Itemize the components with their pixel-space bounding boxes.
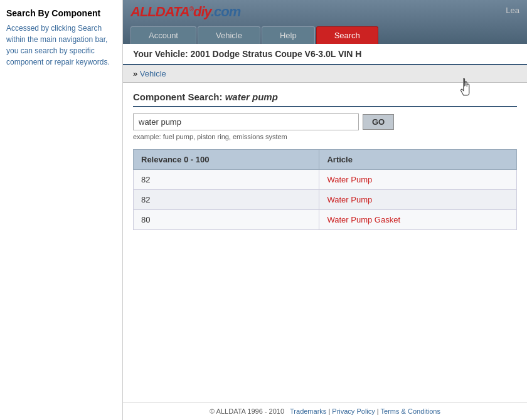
article-link[interactable]: Water Pump bbox=[327, 195, 372, 204]
table-row: 82Water Pump bbox=[134, 190, 517, 210]
search-form: GO bbox=[133, 113, 517, 130]
cell-relevance: 82 bbox=[134, 170, 319, 190]
search-example: example: fuel pump, piston ring, emissio… bbox=[133, 133, 517, 140]
tab-account[interactable]: Account bbox=[130, 26, 196, 44]
logo-diy: diy bbox=[193, 4, 211, 19]
col-article: Article bbox=[319, 150, 517, 170]
footer: © ALLDATA 1996 - 2010 Trademarks | Priva… bbox=[123, 402, 527, 420]
nav-tabs: Account Vehicle Help Search bbox=[130, 26, 519, 44]
cell-article: Water Pump Gasket bbox=[319, 210, 517, 230]
vehicle-bar: Your Vehicle: 2001 Dodge Stratus Coupe V… bbox=[123, 44, 527, 65]
section-title-query: water pump bbox=[225, 92, 278, 102]
results-body: 82Water Pump82Water Pump80Water Pump Gas… bbox=[134, 170, 517, 230]
section-header: Component Search: water pump bbox=[133, 92, 517, 107]
header-right-text: Lea bbox=[506, 6, 519, 19]
sidebar-title: Search By Component bbox=[6, 8, 116, 19]
results-table: Relevance 0 - 100 Article 82Water Pump82… bbox=[133, 149, 517, 230]
section-title-prefix: Component Search: bbox=[133, 92, 225, 102]
logo-dotcom: .com bbox=[211, 4, 240, 19]
logo-alldata: ALLDATA bbox=[130, 4, 189, 19]
article-link[interactable]: Water Pump bbox=[327, 175, 372, 184]
tab-search[interactable]: Search bbox=[316, 26, 378, 44]
main-content: ALLDATA®diy.com Lea Account Vehicle Help… bbox=[122, 0, 527, 420]
breadcrumb-prefix: » bbox=[133, 69, 140, 78]
col-relevance: Relevance 0 - 100 bbox=[134, 150, 319, 170]
sidebar: Search By Component Accessed by clicking… bbox=[0, 0, 122, 420]
footer-privacy[interactable]: Privacy Policy bbox=[332, 407, 375, 415]
table-row: 80Water Pump Gasket bbox=[134, 210, 517, 230]
tab-vehicle[interactable]: Vehicle bbox=[198, 26, 260, 44]
go-button[interactable]: GO bbox=[363, 114, 394, 130]
table-row: 82Water Pump bbox=[134, 170, 517, 190]
cell-relevance: 82 bbox=[134, 190, 319, 210]
breadcrumb-link[interactable]: Vehicle bbox=[140, 69, 166, 78]
cell-relevance: 80 bbox=[134, 210, 319, 230]
logo: ALLDATA®diy.com bbox=[130, 4, 240, 20]
sidebar-description: Accessed by clicking Search within the m… bbox=[6, 23, 116, 68]
section-title: Component Search: water pump bbox=[133, 92, 278, 102]
logo-row: ALLDATA®diy.com Lea bbox=[130, 4, 519, 24]
footer-sep2: | bbox=[377, 407, 379, 415]
search-input[interactable] bbox=[133, 113, 359, 130]
footer-terms[interactable]: Terms & Conditions bbox=[381, 407, 440, 415]
cell-article: Water Pump bbox=[319, 190, 517, 210]
tab-help[interactable]: Help bbox=[262, 26, 315, 44]
content-area: Component Search: water pump GO example:… bbox=[123, 83, 527, 402]
footer-trademarks[interactable]: Trademarks bbox=[290, 407, 326, 415]
header: ALLDATA®diy.com Lea Account Vehicle Help… bbox=[123, 0, 527, 44]
breadcrumb: » Vehicle bbox=[123, 65, 527, 83]
footer-sep1: | bbox=[328, 407, 330, 415]
footer-copyright: © ALLDATA 1996 - 2010 bbox=[210, 407, 284, 415]
cell-article: Water Pump bbox=[319, 170, 517, 190]
article-link[interactable]: Water Pump Gasket bbox=[327, 215, 400, 224]
table-header-row: Relevance 0 - 100 Article bbox=[134, 150, 517, 170]
